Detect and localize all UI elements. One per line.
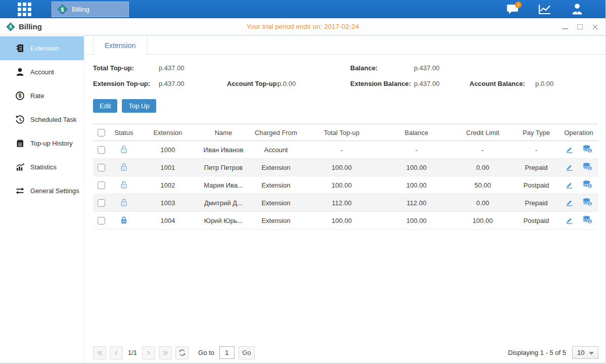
taskbar-tab-billing[interactable]: $ Billing xyxy=(52,2,129,17)
topup-icon[interactable]: $ xyxy=(582,162,592,172)
extension-topup-value: p.437.00 xyxy=(159,80,184,87)
close-icon[interactable] xyxy=(592,24,598,30)
column-total-topup: Total Top-up xyxy=(302,124,381,141)
table-row: 1001 Петр Петров Extension 100.00 100.00… xyxy=(93,159,598,176)
window-title: $ Billing xyxy=(6,22,42,31)
extension-cell: 1003 xyxy=(138,194,197,212)
select-all-checkbox[interactable] xyxy=(98,129,105,136)
topup-icon[interactable]: $ xyxy=(582,180,592,190)
topup-icon[interactable]: $ xyxy=(582,198,592,208)
edit-icon[interactable] xyxy=(565,180,574,190)
billing-icon: $ xyxy=(57,4,68,15)
balance-cell: 100.00 xyxy=(381,159,452,176)
row-checkbox[interactable] xyxy=(98,217,105,224)
name-cell: Мария Ива... xyxy=(197,176,250,194)
sidebar-item-label: Statistics xyxy=(30,163,57,171)
displaying-text: Displaying 1 - 5 of 5 xyxy=(508,349,566,356)
sidebar-item-scheduled-task[interactable]: Scheduled Task xyxy=(0,108,84,131)
column-charged-from: Charged From xyxy=(250,124,302,141)
sidebar-item-statistics[interactable]: Statistics xyxy=(0,155,84,179)
apps-grid-icon[interactable] xyxy=(18,3,31,16)
notification-badge: ! xyxy=(515,2,522,8)
svg-text:$: $ xyxy=(61,6,64,12)
scheduled-task-clock-icon xyxy=(15,115,25,124)
page-size-value: 10 xyxy=(577,349,584,356)
charged-from-cell: Extension xyxy=(250,212,302,230)
svg-text:$: $ xyxy=(589,202,591,206)
prev-page-button[interactable] xyxy=(110,346,123,359)
taskbar-tab-label: Billing xyxy=(72,6,89,13)
row-checkbox[interactable] xyxy=(98,199,105,207)
svg-text:$: $ xyxy=(19,93,22,99)
account-topup-label: Account Top-up: xyxy=(227,80,279,87)
charged-from-cell: Extension xyxy=(250,176,302,194)
edit-icon[interactable] xyxy=(565,216,574,225)
pay-type-cell: Prepaid xyxy=(514,194,559,212)
topup-icon[interactable]: $ xyxy=(582,145,592,155)
extension-cell: 1000 xyxy=(138,141,197,159)
credit-limit-cell: 0.00 xyxy=(452,159,514,176)
total-topup-cell: - xyxy=(302,141,381,159)
row-checkbox[interactable] xyxy=(98,164,105,171)
statistics-chart-icon xyxy=(15,162,25,172)
edit-button[interactable]: Edit xyxy=(93,99,117,113)
go-button[interactable]: Go xyxy=(239,346,255,359)
goto-label: Go to xyxy=(198,349,214,356)
statistics-topbar-icon[interactable] xyxy=(537,3,553,16)
page-size-select[interactable]: 10 xyxy=(572,346,598,359)
edit-icon[interactable] xyxy=(565,163,574,172)
account-balance-label: Account Balance: xyxy=(470,80,525,87)
tab-extension[interactable]: Extension xyxy=(93,36,147,55)
name-cell: Дмитрий Д... xyxy=(197,194,250,212)
edit-icon[interactable] xyxy=(565,198,574,208)
maximize-icon[interactable] xyxy=(577,24,583,30)
sidebar-item-account[interactable]: Account xyxy=(0,60,84,84)
pay-type-cell: - xyxy=(514,141,559,159)
unlocked-icon xyxy=(119,148,128,155)
balance-cell: 112.00 xyxy=(381,194,452,212)
general-settings-arrows-icon xyxy=(15,186,25,196)
refresh-icon[interactable] xyxy=(175,346,189,359)
unlocked-icon xyxy=(119,183,128,191)
name-cell: Иван Иванов xyxy=(197,141,250,159)
first-page-button[interactable] xyxy=(93,346,106,359)
pay-type-cell: Postpaid xyxy=(514,176,559,194)
locked-icon xyxy=(119,218,128,226)
charged-from-cell: Extension xyxy=(250,194,302,212)
sidebar-item-label: Account xyxy=(30,68,54,76)
balance-cell: 100.00 xyxy=(381,212,452,230)
last-page-button[interactable] xyxy=(159,346,172,359)
table-header-row: Status Extension Name Charged From Total… xyxy=(93,124,598,141)
table-row: 1002 Мария Ива... Extension 100.00 100.0… xyxy=(93,176,598,194)
balance-cell: 100.00 xyxy=(381,176,452,194)
sidebar-item-extension[interactable]: Extension xyxy=(0,36,84,60)
goto-page-input[interactable] xyxy=(219,346,235,359)
next-page-button[interactable] xyxy=(142,346,155,359)
user-icon[interactable] xyxy=(569,3,585,16)
column-extension: Extension xyxy=(138,124,197,141)
top-up-button[interactable]: Top Up xyxy=(122,99,156,113)
table-row: 1004 Юрий Юрь... Extension 100.00 100.00… xyxy=(93,212,598,230)
sidebar-item-label: Rate xyxy=(30,92,44,100)
pagination-bar: 1/1 Go to Go xyxy=(93,346,598,359)
page-indicator: 1/1 xyxy=(128,349,137,356)
svg-text:$: $ xyxy=(589,167,591,171)
pay-type-cell: Prepaid xyxy=(514,159,559,176)
row-checkbox[interactable] xyxy=(98,181,105,189)
messages-icon[interactable]: ! xyxy=(504,3,521,16)
account-balance-value: p.0.00 xyxy=(535,80,553,87)
extension-table-body: 1000 Иван Иванов Account - - - - xyxy=(93,141,598,230)
topup-icon[interactable]: $ xyxy=(582,215,592,225)
sidebar-item-topup-history[interactable]: Top-up History xyxy=(0,131,84,155)
total-topup-cell: 100.00 xyxy=(302,212,381,230)
sidebar-item-general-settings[interactable]: General Settings xyxy=(0,179,84,203)
ledger-icon xyxy=(15,43,25,53)
charged-from-cell: Extension xyxy=(250,159,302,176)
minimize-icon[interactable] xyxy=(562,24,568,30)
row-checkbox[interactable] xyxy=(98,146,105,154)
pay-type-cell: Postpaid xyxy=(514,212,559,230)
tab-strip: Extension xyxy=(84,35,605,55)
sidebar-item-rate[interactable]: $ Rate xyxy=(0,84,84,108)
column-balance: Balance xyxy=(381,124,452,141)
edit-icon[interactable] xyxy=(565,145,574,155)
